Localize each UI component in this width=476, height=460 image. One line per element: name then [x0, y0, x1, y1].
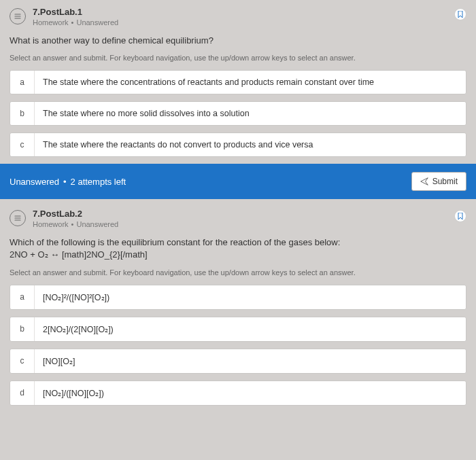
list-icon: [10, 210, 26, 226]
option-letter: c: [10, 349, 35, 373]
category: Homework: [33, 220, 69, 228]
footer-status: Unanswered•2 attempts left: [10, 177, 126, 187]
question-id: 7.PostLab.1: [33, 7, 118, 17]
option-text: The state where the reactants do not con…: [35, 133, 466, 156]
send-icon: [420, 177, 428, 185]
question-text: Which of the following is the equilibriu…: [10, 236, 466, 261]
status: Unanswered: [76, 18, 118, 26]
submit-button[interactable]: Submit: [411, 172, 466, 191]
question-1: 7.PostLab.1 Homework•Unanswered What is …: [0, 0, 476, 157]
footer-unanswered: Unanswered: [10, 177, 59, 187]
bookmark-icon[interactable]: [454, 210, 466, 222]
footer-attempts: 2 attempts left: [71, 177, 126, 187]
question-meta: Homework•Unanswered: [33, 18, 118, 26]
option-text: [NO][O₂]: [35, 349, 466, 373]
option-letter: c: [10, 133, 35, 156]
answer-option-b[interactable]: b 2[NO₂]/(2[NO][O₂]): [10, 317, 466, 342]
question-header: 7.PostLab.1 Homework•Unanswered: [10, 7, 466, 26]
answer-option-b[interactable]: b The state where no more solid dissolve…: [10, 101, 466, 126]
option-text: [NO₂]²/([NO]²[O₂]): [35, 285, 466, 309]
option-letter: d: [10, 381, 35, 405]
option-text: 2[NO₂]/(2[NO][O₂]): [35, 317, 466, 341]
question-header: 7.PostLab.2 Homework•Unanswered: [10, 209, 466, 228]
category: Homework: [33, 18, 69, 26]
question-footer: Unanswered•2 attempts left Submit: [0, 164, 476, 199]
submit-label: Submit: [432, 177, 458, 186]
header-text: 7.PostLab.2 Homework•Unanswered: [33, 209, 118, 228]
question-equation: 2NO + O₂ ↔ [math]2NO_{2}[/math]: [10, 249, 148, 260]
answer-option-a[interactable]: a [NO₂]²/([NO]²[O₂]): [10, 285, 466, 310]
instruction-text: Select an answer and submit. For keyboar…: [10, 54, 466, 62]
question-id: 7.PostLab.2: [33, 209, 118, 219]
option-letter: b: [10, 102, 35, 125]
bookmark-icon[interactable]: [454, 8, 466, 20]
answer-option-c[interactable]: c [NO][O₂]: [10, 349, 466, 374]
question-meta: Homework•Unanswered: [33, 220, 118, 228]
header-text: 7.PostLab.1 Homework•Unanswered: [33, 7, 118, 26]
option-letter: b: [10, 317, 35, 341]
answer-option-a[interactable]: a The state where the concentrations of …: [10, 70, 466, 94]
option-letter: a: [10, 71, 35, 94]
answer-option-c[interactable]: c The state where the reactants do not c…: [10, 132, 466, 157]
question-text: What is another way to define chemical e…: [10, 35, 466, 47]
list-icon: [10, 8, 26, 24]
answer-option-d[interactable]: d [NO₂]/([NO][O₂]): [10, 381, 466, 406]
question-prefix: Which of the following is the equilibriu…: [10, 237, 340, 247]
question-2: 7.PostLab.2 Homework•Unanswered Which of…: [0, 199, 476, 405]
instruction-text: Select an answer and submit. For keyboar…: [10, 268, 466, 277]
option-letter: a: [10, 285, 35, 309]
status: Unanswered: [76, 220, 118, 228]
option-text: [NO₂]/([NO][O₂]): [35, 381, 466, 405]
option-text: The state where the concentrations of re…: [35, 71, 466, 94]
option-text: The state where no more solid dissolves …: [35, 102, 466, 125]
